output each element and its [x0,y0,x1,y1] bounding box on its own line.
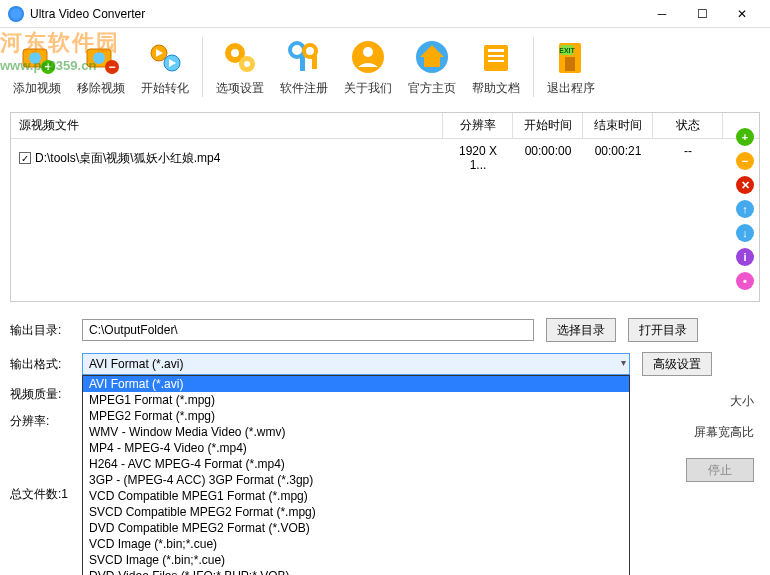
app-icon [8,6,24,22]
toolbar: 河东软件园 www.pc0359.cn + 添加视频 − 移除视频 开始转化 选… [0,28,770,106]
svg-rect-26 [488,55,504,57]
homepage-button[interactable]: 官方主页 [401,33,463,101]
play-icon [145,37,185,77]
row-checkbox[interactable]: ✓ [19,152,31,164]
cell-file: ✓ D:\tools\桌面\视频\狐妖小红娘.mp4 [11,142,443,174]
main-panel: 源视频文件 分辨率 开始时间 结束时间 状态 ✓ D:\tools\桌面\视频\… [0,106,770,308]
format-selected: AVI Format (*.avi) [82,353,630,375]
start-convert-button[interactable]: 开始转化 [134,33,196,101]
minimize-button[interactable]: ─ [642,2,682,26]
options-button[interactable]: 选项设置 [209,33,271,101]
side-add-button[interactable]: + [736,128,754,146]
exit-label: 退出程序 [547,80,595,97]
home-icon [412,37,452,77]
start-convert-label: 开始转化 [141,80,189,97]
side-up-button[interactable]: ↑ [736,200,754,218]
key-icon [284,37,324,77]
choose-dir-button[interactable]: 选择目录 [546,318,616,342]
register-button[interactable]: 软件注册 [273,33,335,101]
dd-item[interactable]: VCD Image (*.bin;*.cue) [83,536,629,552]
dd-item[interactable]: MPEG1 Format (*.mpg) [83,392,629,408]
output-form: 输出目录: 选择目录 打开目录 输出格式: AVI Format (*.avi)… [0,308,770,430]
svg-rect-25 [488,49,504,52]
svg-point-5 [93,52,105,64]
remove-video-label: 移除视频 [77,80,125,97]
dd-item[interactable]: 3GP - (MPEG-4 ACC) 3GP Format (*.3gp) [83,472,629,488]
side-extra-button[interactable]: • [736,272,754,290]
dd-item[interactable]: WMV - Window Media Video (*.wmv) [83,424,629,440]
output-dir-input[interactable] [82,319,534,341]
dd-item[interactable]: DVD-Video Files (*.IFO;*.BUP;*.VOB) [83,568,629,575]
add-video-button[interactable]: + 添加视频 [6,33,68,101]
side-info-button[interactable]: i [736,248,754,266]
side-buttons: + − ✕ ↑ ↓ i • [736,128,754,290]
dd-item[interactable]: AVI Format (*.avi) [83,376,629,392]
format-dropdown: AVI Format (*.avi) MPEG1 Format (*.mpg) … [82,375,630,575]
side-down-button[interactable]: ↓ [736,224,754,242]
cell-resolution: 1920 X 1... [443,142,513,174]
chevron-down-icon: ▾ [621,357,626,368]
svg-rect-27 [488,60,504,62]
add-video-label: 添加视频 [13,80,61,97]
file-path: D:\tools\桌面\视频\狐妖小红娘.mp4 [35,150,220,167]
table-header: 源视频文件 分辨率 开始时间 结束时间 状态 [11,113,759,139]
homepage-label: 官方主页 [408,80,456,97]
help-label: 帮助文档 [472,80,520,97]
exit-icon: EXIT [551,37,591,77]
window-title: Ultra Video Converter [30,7,642,21]
svg-point-15 [244,61,250,67]
separator [533,37,534,97]
svg-point-1 [29,52,41,64]
size-text: 大小 [730,393,754,410]
dd-item[interactable]: MP4 - MPEG-4 Video (*.mp4) [83,440,629,456]
advanced-button[interactable]: 高级设置 [642,352,712,376]
header-end[interactable]: 结束时间 [583,113,653,138]
remove-video-button[interactable]: − 移除视频 [70,33,132,101]
about-label: 关于我们 [344,80,392,97]
svg-rect-31 [565,57,575,71]
side-minus-button[interactable]: − [736,152,754,170]
options-label: 选项设置 [216,80,264,97]
titlebar: Ultra Video Converter ─ ☐ ✕ [0,0,770,28]
svg-rect-19 [312,55,317,69]
svg-text:−: − [108,60,115,74]
svg-text:EXIT: EXIT [559,47,575,54]
dd-item[interactable]: DVD Compatible MPEG2 Format (*.VOB) [83,520,629,536]
quality-label: 视频质量: [10,386,70,403]
resolution-label: 分辨率: [10,413,70,430]
header-file[interactable]: 源视频文件 [11,113,443,138]
svg-rect-17 [300,55,305,71]
header-resolution[interactable]: 分辨率 [443,113,513,138]
book-icon [476,37,516,77]
dd-item[interactable]: H264 - AVC MPEG-4 Format (*.mp4) [83,456,629,472]
cell-end: 00:00:21 [583,142,653,174]
open-dir-button[interactable]: 打开目录 [628,318,698,342]
gear-icon [220,37,260,77]
svg-point-13 [231,49,239,57]
svg-rect-24 [484,45,508,71]
output-dir-label: 输出目录: [10,322,70,339]
cell-status: -- [653,142,723,174]
ratio-text: 屏幕宽高比 [694,424,754,441]
format-label: 输出格式: [10,356,70,373]
help-button[interactable]: 帮助文档 [465,33,527,101]
exit-button[interactable]: EXIT 退出程序 [540,33,602,101]
format-select[interactable]: AVI Format (*.avi) ▾ AVI Format (*.avi) … [82,353,630,375]
close-button[interactable]: ✕ [722,2,762,26]
svg-point-21 [363,47,373,57]
dd-item[interactable]: SVCD Image (*.bin;*.cue) [83,552,629,568]
dd-item[interactable]: SVCD Compatible MPEG2 Format (*.mpg) [83,504,629,520]
maximize-button[interactable]: ☐ [682,2,722,26]
stop-button[interactable]: 停止 [686,458,754,482]
dd-item[interactable]: MPEG2 Format (*.mpg) [83,408,629,424]
side-delete-button[interactable]: ✕ [736,176,754,194]
header-status[interactable]: 状态 [653,113,723,138]
svg-text:+: + [44,60,51,74]
file-table: 源视频文件 分辨率 开始时间 结束时间 状态 ✓ D:\tools\桌面\视频\… [10,112,760,302]
dd-item[interactable]: VCD Compatible MPEG1 Format (*.mpg) [83,488,629,504]
register-label: 软件注册 [280,80,328,97]
table-row[interactable]: ✓ D:\tools\桌面\视频\狐妖小红娘.mp4 1920 X 1... 0… [11,139,759,177]
about-button[interactable]: 关于我们 [337,33,399,101]
file-count: 总文件数:1 [10,486,68,569]
header-start[interactable]: 开始时间 [513,113,583,138]
